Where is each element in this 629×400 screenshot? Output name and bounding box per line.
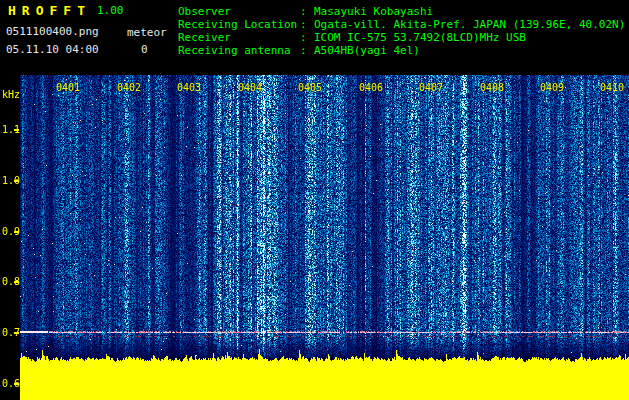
hrofft-window: HROFFT 1.00 0511100400.png meteor 05.11.… <box>0 0 629 400</box>
output-filename: 0511100400.png <box>6 25 99 38</box>
info-value: Ogata-vill. Akita-Pref. JAPAN (139.96E, … <box>314 18 625 31</box>
y-axis-unit-label: kHz <box>2 89 20 100</box>
info-colon: : <box>300 5 314 18</box>
freq-tick-mark <box>14 332 19 334</box>
mode-label: meteor <box>127 26 167 39</box>
info-label: Observer <box>178 5 300 18</box>
time-tick-label: 0403 <box>174 82 204 93</box>
info-row-location: Receiving Location: Ogata-vill. Akita-Pr… <box>178 18 625 31</box>
time-tick-label: 0402 <box>114 82 144 93</box>
freq-tick-mark <box>14 281 19 283</box>
time-tick-label: 0401 <box>53 82 83 93</box>
freq-tick-mark <box>14 383 19 385</box>
info-label: Receiving antenna <box>178 44 300 57</box>
info-value: Masayuki Kobayashi <box>314 5 433 18</box>
meteor-count: 0 <box>141 43 148 56</box>
station-info: Observer: Masayuki Kobayashi Receiving L… <box>178 5 625 57</box>
time-tick-label: 0410 <box>597 82 627 93</box>
info-colon: : <box>300 31 314 44</box>
info-value: A504HB(yagi 4el) <box>314 44 420 57</box>
spectrogram-canvas <box>20 75 629 400</box>
observation-datetime: 05.11.10 04:00 <box>6 43 99 56</box>
time-tick-label: 0409 <box>537 82 567 93</box>
time-tick-label: 0404 <box>235 82 265 93</box>
freq-tick-mark <box>14 180 19 182</box>
freq-tick-mark <box>14 129 19 131</box>
info-colon: : <box>300 44 314 57</box>
time-tick-label: 0407 <box>416 82 446 93</box>
freq-tick-mark <box>14 231 19 233</box>
time-tick-label: 0406 <box>356 82 386 93</box>
info-colon: : <box>300 18 314 31</box>
info-label: Receiving Location <box>178 18 300 31</box>
info-label: Receiver <box>178 31 300 44</box>
time-tick-label: 0405 <box>295 82 325 93</box>
info-row-observer: Observer: Masayuki Kobayashi <box>178 5 625 18</box>
info-row-antenna: Receiving antenna: A504HB(yagi 4el) <box>178 44 625 57</box>
info-row-receiver: Receiver: ICOM IC-575 53.7492(8LCD)MHz U… <box>178 31 625 44</box>
info-value: ICOM IC-575 53.7492(8LCD)MHz USB <box>314 31 526 44</box>
app-title: HROFFT <box>8 3 91 18</box>
time-tick-label: 0408 <box>477 82 507 93</box>
app-version: 1.00 <box>97 4 124 17</box>
